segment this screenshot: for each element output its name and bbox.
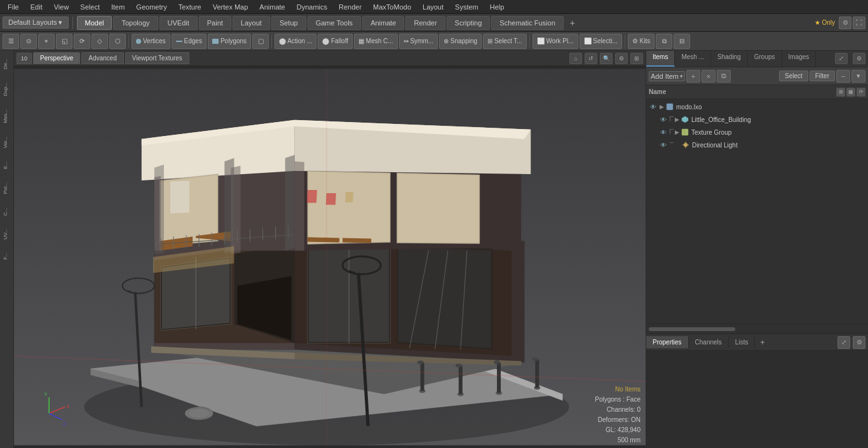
viewport-3d[interactable]: X Y Z No Items Polygons : Face Channels:… [14, 66, 646, 448]
arrow-building[interactable]: ▶ [675, 116, 679, 123]
sidebar-tab-mes[interactable]: Mes... [1, 103, 13, 130]
menu-animate[interactable]: Animate [254, 2, 290, 12]
items-arrow-btn[interactable]: ▾ [851, 70, 865, 83]
sidebar-tab-de[interactable]: De... [1, 52, 13, 76]
viewport-search[interactable]: 🔍 [600, 53, 613, 64]
items-scroll-thumb[interactable] [649, 327, 735, 331]
tool-vertices[interactable]: Vertices [132, 34, 170, 49]
menu-system[interactable]: System [450, 2, 484, 12]
sidebar-tab-uv[interactable]: UV... [1, 222, 13, 246]
sidebar-tab-ver[interactable]: Ver... [1, 130, 13, 154]
tool-selecti[interactable]: ⬜ Selecti... [580, 34, 622, 49]
layout-tab-model[interactable]: Model [77, 16, 112, 30]
layout-tab-paint[interactable]: Paint [199, 16, 231, 30]
menu-texture[interactable]: Texture [173, 2, 207, 12]
viewport-tab-advanced[interactable]: Advanced [81, 52, 123, 64]
eye-modo-lxo[interactable]: 👁 [649, 102, 658, 111]
tool-edges[interactable]: Edges [172, 34, 207, 49]
col-icon-2[interactable]: ▦ [846, 88, 855, 97]
arrow-modo-lxo[interactable]: ▶ [660, 104, 664, 110]
tool-hex[interactable]: ⬡ [109, 34, 126, 49]
viewport-tab-num[interactable]: 10 [17, 53, 32, 64]
eye-building[interactable]: 👁 [659, 115, 668, 124]
sidebar-tab-pol[interactable]: Pol... [1, 176, 13, 200]
viewport-expand[interactable]: ⊞ [630, 53, 643, 64]
layout-tab-animate[interactable]: Animate [362, 16, 404, 30]
rpanel-settings[interactable]: ⚙ [853, 53, 865, 64]
items-minus-btn[interactable]: − [836, 70, 850, 83]
items-add-icon[interactable]: + [686, 70, 700, 83]
menu-help[interactable]: Help [485, 2, 510, 12]
rpanel-tab-mesh[interactable]: Mesh ... [675, 51, 711, 67]
tool-scale[interactable]: ◇ [92, 34, 108, 49]
tool-select-t[interactable]: ⊞ Select T... [483, 34, 527, 49]
tool-select-mode[interactable]: ⌖ [38, 34, 55, 49]
props-expand[interactable]: ⤢ [837, 336, 850, 349]
menu-item[interactable]: Item [106, 2, 130, 12]
tool-copy[interactable]: ⧉ [656, 34, 672, 49]
layout-tab-render[interactable]: Render [405, 16, 445, 30]
tool-sphere[interactable]: ⊙ [20, 34, 37, 49]
menu-view[interactable]: View [49, 2, 74, 12]
tool-falloff[interactable]: ⬤ Falloff [318, 34, 353, 49]
props-settings[interactable]: ⚙ [853, 336, 865, 349]
tool-list[interactable]: ☰ [3, 34, 19, 49]
menu-render[interactable]: Render [334, 2, 367, 12]
menu-maxtomodo[interactable]: MaxToModo [368, 2, 416, 12]
tree-item-light[interactable]: 👁 Directional Light [646, 139, 868, 151]
layout-add-tab[interactable]: + [565, 15, 580, 31]
rpanel-tab-images[interactable]: Images [782, 51, 817, 67]
rpanel-tab-groups[interactable]: Groups [748, 51, 782, 67]
tool-symm[interactable]: ⇔ Symm... [399, 34, 438, 49]
tool-work-pl[interactable]: ⬜ Work Pl... [532, 34, 578, 49]
sidebar-tab-c[interactable]: C... [1, 201, 13, 222]
tool-transform[interactable]: ◱ [56, 34, 72, 49]
menu-file[interactable]: File [3, 2, 24, 12]
viewport-tab-textures[interactable]: Viewport Textures [125, 52, 189, 64]
items-select-btn[interactable]: Select [779, 71, 808, 81]
eye-light[interactable]: 👁 [659, 140, 668, 149]
tool-polygons[interactable]: Polygons [208, 34, 251, 49]
menu-layout[interactable]: Layout [417, 2, 449, 12]
menu-select[interactable]: Select [75, 2, 105, 12]
sidebar-tab-dup[interactable]: Dup... [1, 76, 13, 102]
viewport-settings[interactable]: ⚙ [615, 53, 628, 64]
arrow-texture[interactable]: ▶ [675, 129, 679, 135]
layout-tab-topology[interactable]: Topology [113, 16, 158, 30]
layout-tab-gametools[interactable]: Game Tools [308, 16, 362, 30]
items-remove-icon[interactable]: × [702, 70, 715, 83]
menu-dynamics[interactable]: Dynamics [292, 2, 332, 12]
tool-snapping[interactable]: ⊕ Snapping [439, 34, 482, 49]
rpanel-tab-items[interactable]: Items [646, 51, 675, 67]
layout-tab-uvedit[interactable]: UVEdit [159, 16, 198, 30]
rpanel-expand[interactable]: ⤢ [835, 53, 848, 64]
items-filter-btn[interactable]: Filter [810, 71, 835, 81]
tool-settings[interactable]: ⊟ [674, 34, 690, 49]
tree-item-building[interactable]: 👁 ▶ Little_Office_Building [646, 113, 868, 126]
layout-tab-setup[interactable]: Setup [271, 16, 306, 30]
props-tab-channels[interactable]: Channels [689, 336, 729, 348]
props-add-tab[interactable]: + [755, 336, 770, 350]
layout-selector[interactable]: Default Layouts ▾ [3, 17, 69, 29]
add-item-btn[interactable]: Add Item ▾ [649, 71, 685, 81]
tree-item-texture[interactable]: 👁 ▶ Texture Group [646, 126, 868, 139]
viewport-home[interactable]: ⌂ [569, 53, 582, 64]
layout-settings[interactable]: ⚙ [839, 17, 851, 29]
layout-tab-layout[interactable]: Layout [233, 16, 270, 30]
items-copy-icon[interactable]: ⧉ [717, 70, 731, 83]
props-tab-properties[interactable]: Properties [646, 336, 689, 348]
sidebar-tab-f[interactable]: F... [1, 247, 13, 266]
menu-edit[interactable]: Edit [25, 2, 48, 12]
col-icon-1[interactable]: ⊞ [836, 88, 845, 97]
props-tab-lists[interactable]: Lists [729, 336, 756, 348]
menu-geometry[interactable]: Geometry [131, 2, 172, 12]
layout-fullscreen[interactable]: ⛶ [853, 17, 865, 29]
sidebar-tab-e[interactable]: E... [1, 155, 13, 175]
tree-item-modo-lxo[interactable]: 👁 ▶ modo.lxo [646, 100, 868, 113]
tool-mesh-c[interactable]: ▦ Mesh C... [354, 34, 398, 49]
tool-kits[interactable]: ⚙ Kits [628, 34, 654, 49]
rpanel-tab-shading[interactable]: Shading [711, 51, 748, 67]
col-icon-3[interactable]: ⟳ [857, 88, 865, 97]
tool-rotate[interactable]: ⟳ [74, 34, 90, 49]
tool-action[interactable]: ⬤ Action ... [275, 34, 316, 49]
